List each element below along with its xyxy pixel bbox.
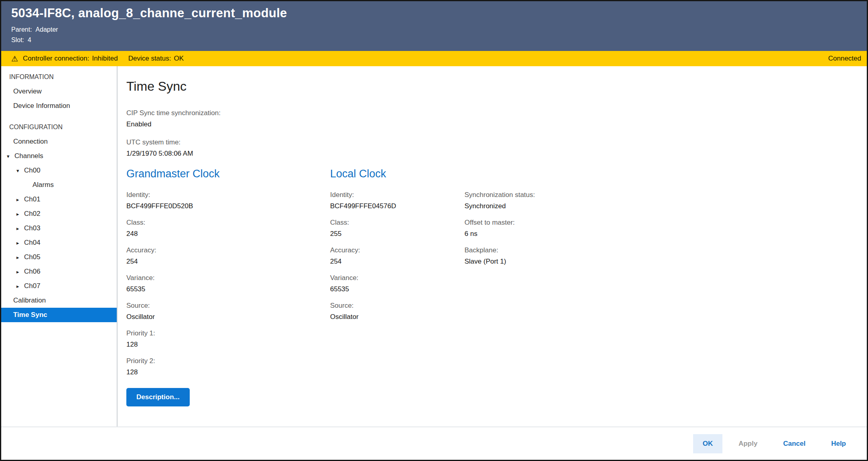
lc-source-label: Source:	[330, 302, 464, 310]
chevron-right-icon[interactable]: ▸	[16, 211, 24, 217]
sidebar-item-ch04[interactable]: ▸Ch04	[1, 236, 117, 250]
sidebar-item-ch00[interactable]: ▾Ch00	[1, 163, 117, 178]
offset-to-master-field: Offset to master: 6 ns	[464, 219, 535, 238]
chevron-down-icon[interactable]: ▾	[7, 153, 14, 159]
sidebar-item-label: Ch04	[24, 239, 41, 246]
gm-variance-label: Variance:	[126, 274, 330, 282]
lc-accuracy-label: Accuracy:	[330, 246, 464, 254]
lc-variance-label: Variance:	[330, 274, 464, 282]
lc-class-label: Class:	[330, 219, 464, 227]
gm-variance-field: Variance: 65535	[126, 274, 330, 293]
offset-to-master-value: 6 ns	[464, 230, 535, 238]
parent-label: Parent:	[11, 26, 32, 33]
sidebar-item-ch00-alarms[interactable]: Alarms	[1, 178, 117, 192]
chevron-right-icon[interactable]: ▸	[16, 240, 24, 246]
sidebar-item-label: Ch01	[24, 195, 41, 203]
cip-sync-label: CIP Sync time synchronization:	[126, 109, 855, 117]
gm-priority2-field: Priority 2: 128	[126, 357, 330, 376]
gm-source-field: Source: Oscillator	[126, 302, 330, 321]
chevron-right-icon[interactable]: ▸	[16, 197, 24, 203]
sidebar-item-label: Ch03	[24, 224, 41, 232]
backplane-field: Backplane: Slave (Port 1)	[464, 246, 535, 266]
gm-priority1-label: Priority 1:	[126, 329, 330, 337]
offset-to-master-label: Offset to master:	[464, 219, 535, 227]
backplane-value: Slave (Port 1)	[464, 258, 535, 266]
device-status: Device status:OK	[128, 55, 184, 63]
gm-priority1-value: 128	[126, 341, 330, 349]
slot-row: Slot:4	[11, 35, 859, 45]
gm-accuracy-label: Accuracy:	[126, 246, 330, 254]
sidebar-item-channels[interactable]: ▾Channels	[1, 149, 117, 163]
title-bar: 5034-IF8C, analog_8_channe_current_modul…	[1, 1, 867, 51]
sidebar-item-label: Channels	[14, 152, 43, 160]
sidebar-item-calibration[interactable]: Calibration	[1, 293, 117, 308]
gm-identity-field: Identity: BCF499FFFE0D520B	[126, 191, 330, 210]
warning-icon: ⚠	[11, 55, 18, 63]
page-title: Time Sync	[126, 79, 855, 94]
chevron-right-icon[interactable]: ▸	[16, 225, 24, 232]
sidebar-item-ch05[interactable]: ▸Ch05	[1, 250, 117, 264]
sidebar-item-device-information[interactable]: Device Information	[1, 99, 117, 113]
utc-time-field: UTC system time: 1/29/1970 5:08:06 AM	[126, 138, 855, 158]
grandmaster-clock-heading: Grandmaster Clock	[126, 168, 330, 180]
sidebar-item-ch07[interactable]: ▸Ch07	[1, 279, 117, 293]
description-button[interactable]: Description...	[126, 388, 190, 406]
sidebar-item-ch01[interactable]: ▸Ch01	[1, 192, 117, 207]
cancel-button[interactable]: Cancel	[773, 434, 815, 453]
sync-status-section: Synchronization status: Synchronized Off…	[464, 191, 535, 274]
sidebar-item-ch02[interactable]: ▸Ch02	[1, 207, 117, 221]
gm-accuracy-field: Accuracy: 254	[126, 246, 330, 266]
sidebar-item-label: Ch00	[24, 167, 41, 174]
device-profile-window: 5034-IF8C, analog_8_channe_current_modul…	[0, 0, 868, 461]
chevron-right-icon[interactable]: ▸	[16, 254, 24, 260]
sidebar-item-ch06[interactable]: ▸Ch06	[1, 264, 117, 279]
controller-connection-label: Controller connection:	[23, 55, 89, 62]
gm-priority2-value: 128	[126, 368, 330, 376]
lc-class-field: Class: 255	[330, 219, 464, 238]
sync-status-value: Synchronized	[464, 202, 535, 210]
sidebar-item-time-sync[interactable]: Time Sync	[1, 308, 117, 322]
chevron-right-icon[interactable]: ▸	[16, 283, 24, 289]
lc-class-value: 255	[330, 230, 464, 238]
body-row: INFORMATION Overview Device Information …	[1, 66, 867, 426]
local-clock-heading: Local Clock	[330, 168, 464, 180]
lc-source-value: Oscillator	[330, 313, 464, 321]
device-status-label: Device status:	[128, 55, 171, 62]
chevron-right-icon[interactable]: ▸	[16, 269, 24, 275]
ok-button[interactable]: OK	[693, 434, 723, 453]
sync-status-label: Synchronization status:	[464, 191, 535, 199]
utc-time-value: 1/29/1970 5:08:06 AM	[126, 150, 855, 158]
gm-class-field: Class: 248	[126, 219, 330, 238]
sidebar-item-overview[interactable]: Overview	[1, 84, 117, 99]
gm-variance-value: 65535	[126, 285, 330, 293]
sidebar-section-information: INFORMATION	[1, 69, 117, 84]
general-fields: CIP Sync time synchronization: Enabled U…	[126, 109, 855, 158]
footer-bar: OK Apply Cancel Help	[1, 426, 867, 460]
clock-columns: Grandmaster Clock Identity: BCF499FFFE0D…	[126, 168, 855, 406]
sidebar-item-ch03[interactable]: ▸Ch03	[1, 221, 117, 236]
slot-label: Slot:	[11, 37, 24, 43]
sidebar-item-label: Ch07	[24, 282, 41, 290]
sidebar-nav: INFORMATION Overview Device Information …	[1, 66, 118, 426]
main-panel: Time Sync CIP Sync time synchronization:…	[118, 66, 867, 426]
backplane-label: Backplane:	[464, 246, 535, 254]
chevron-down-icon[interactable]: ▾	[16, 168, 24, 174]
sidebar-item-label: Ch05	[24, 253, 41, 261]
cip-sync-value: Enabled	[126, 120, 855, 128]
grandmaster-clock-section: Grandmaster Clock Identity: BCF499FFFE0D…	[126, 168, 330, 406]
controller-connection-value: Inhibited	[92, 55, 118, 62]
gm-identity-label: Identity:	[126, 191, 330, 199]
apply-button[interactable]: Apply	[729, 434, 767, 453]
gm-class-label: Class:	[126, 219, 330, 227]
sidebar-section-configuration: CONFIGURATION	[1, 120, 117, 134]
sidebar-item-connection[interactable]: Connection	[1, 134, 117, 149]
gm-source-value: Oscillator	[126, 313, 330, 321]
gm-accuracy-value: 254	[126, 258, 330, 266]
alert-bar: ⚠ Controller connection:Inhibited Device…	[1, 51, 867, 66]
lc-accuracy-value: 254	[330, 258, 464, 266]
gm-class-value: 248	[126, 230, 330, 238]
device-status-value: OK	[174, 55, 184, 62]
controller-connection-status: Controller connection:Inhibited	[23, 55, 118, 63]
parent-row: Parent:Adapter	[11, 24, 859, 35]
help-button[interactable]: Help	[821, 434, 856, 453]
